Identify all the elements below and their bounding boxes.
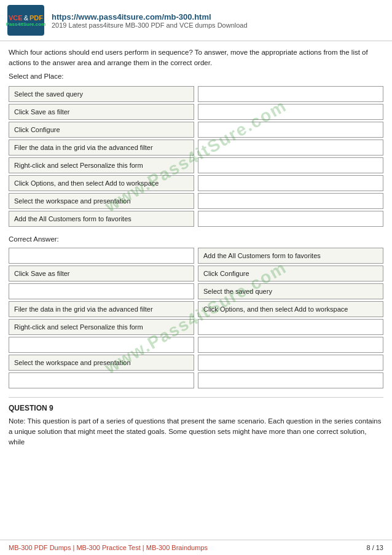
answer-right-1[interactable]: Add the All Customers form to favorites [198,248,383,264]
footer: MB-300 PDF Dumps | MB-300 Practice Test … [0,540,392,555]
answer-left-5[interactable]: Right-click and select Personalize this … [9,319,194,335]
answer-left-8[interactable] [9,372,194,388]
answer-col-right: Add the All Customers form to favorites … [198,248,383,388]
empty-slot-5[interactable] [198,157,383,173]
source-item-7[interactable]: Select the workspace and presentation [9,193,194,209]
source-col-left: Select the saved query Click Save as fil… [9,86,194,227]
source-item-4[interactable]: Filer the data in the grid via the advan… [9,140,194,155]
answer-right-6[interactable] [198,337,383,353]
answer-col-left: Click Save as filter Filer the data in t… [9,248,194,388]
logo-bottom: Pass4itSure.com [6,22,45,27]
question9-label: QUESTION 9 [9,404,383,412]
logo-pdf: PDF [29,14,43,22]
header-desc: 2019 Latest pass4itsure MB-300 PDF and V… [52,22,248,29]
empty-slot-8[interactable] [198,211,383,227]
empty-slot-6[interactable] [198,175,383,191]
page: VCE & PDF Pass4itSure.com https://www.pa… [0,0,392,555]
header: VCE & PDF Pass4itSure.com https://www.pa… [0,0,392,41]
question9-note: Note: This question is part of a series … [9,416,383,448]
answer-right-2[interactable]: Click Configure [198,266,383,281]
source-item-6[interactable]: Click Options, and then select Add to wo… [9,175,194,191]
answer-area-wrap: Click Save as filter Filer the data in t… [9,248,383,388]
footer-page: 8 / 13 [366,544,383,551]
answer-left-2[interactable]: Click Save as filter [9,266,194,281]
answer-left-4[interactable]: Filer the data in the grid via the advan… [9,301,194,317]
source-item-1[interactable]: Select the saved query [9,86,194,102]
source-item-8[interactable]: Add the All Customers form to favorites [9,211,194,227]
answer-left-6[interactable] [9,337,194,353]
answer-right-3[interactable]: Select the saved query [198,283,383,299]
logo: VCE & PDF Pass4itSure.com [7,5,44,36]
select-place: Select and Place: [9,73,383,80]
source-drag-area: Select the saved query Click Save as fil… [9,86,383,227]
footer-links[interactable]: MB-300 PDF Dumps | MB-300 Practice Test … [9,544,208,551]
divider [9,397,383,398]
answer-right-4[interactable]: Click Options, and then select Add to wo… [198,301,383,317]
question-text: Which four actions should end users perf… [9,47,383,69]
empty-slot-7[interactable] [198,193,383,209]
answer-area: Click Save as filter Filer the data in t… [9,248,383,388]
correct-answer-label: Correct Answer: [9,235,383,243]
content: Which four actions should end users perf… [0,41,392,454]
header-url: https://www.pass4itsure.com/mb-300.html [52,12,248,22]
answer-right-7[interactable] [198,355,383,371]
answer-left-3[interactable] [9,283,194,299]
source-item-2[interactable]: Click Save as filter [9,104,194,120]
source-col-right [198,86,383,227]
header-text: https://www.pass4itsure.com/mb-300.html … [52,12,248,29]
source-item-5[interactable]: Right-click and select Personalize this … [9,157,194,173]
empty-slot-4[interactable] [198,140,383,155]
logo-vce: VCE [9,14,23,22]
answer-left-7[interactable]: Select the workspace and presentation [9,355,194,371]
source-area-wrap: Select the saved query Click Save as fil… [9,86,383,227]
empty-slot-3[interactable] [198,122,383,138]
answer-right-5[interactable] [198,319,383,335]
question9-section: QUESTION 9 Note: This question is part o… [9,404,383,448]
empty-slot-2[interactable] [198,104,383,120]
source-item-3[interactable]: Click Configure [9,122,194,138]
answer-left-1[interactable] [9,248,194,264]
logo-amp: & [24,14,28,22]
empty-slot-1[interactable] [198,86,383,102]
answer-right-8[interactable] [198,372,383,388]
